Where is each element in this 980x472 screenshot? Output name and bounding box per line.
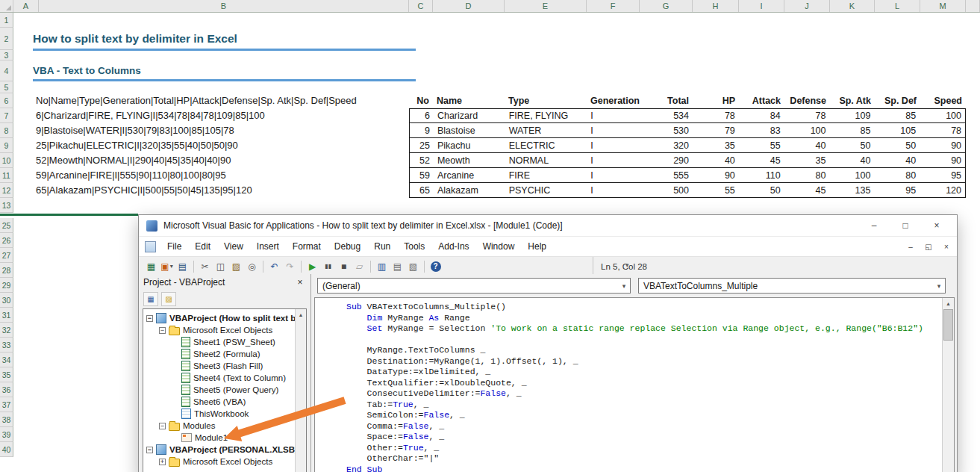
table-header-cell[interactable]: Type [505,93,587,108]
table-cell[interactable]: 25 [410,138,434,152]
table-cell[interactable]: 90 [693,168,739,182]
menu-insert[interactable]: Insert [250,237,286,256]
table-cell[interactable]: I [587,183,640,197]
tree-item-microsoft-excel-objects[interactable]: +Microsoft Excel Objects [143,456,295,468]
table-cell[interactable]: 35 [693,138,739,152]
toolbar-options-chevron-icon[interactable]: ▾ [625,261,629,269]
tree-item-microsoft-excel-objects[interactable]: −Microsoft Excel Objects [143,324,295,336]
table-cell[interactable]: Meowth [434,153,505,167]
table-cell[interactable]: Pikachu [434,138,505,152]
cell-raw-text[interactable]: 65|Alakazam|PSYCHIC|I|500|55|50|45|135|9… [36,183,357,198]
table-cell[interactable]: WATER [505,123,587,137]
table-header-cell[interactable]: Generation [587,93,640,108]
scrollbar-thumb[interactable] [943,309,953,341]
tree-item-sheet4-text-to-column[interactable]: Sheet4 (Text to Column) [143,372,295,384]
row-header-25[interactable]: 25 [0,218,13,233]
table-header-cell[interactable]: Speed [920,93,966,108]
table-cell[interactable]: 84 [739,109,784,122]
tree-item-thisworkbook[interactable]: ThisWorkbook [143,408,295,420]
table-cell[interactable]: 80 [874,168,920,182]
cell-raw-text[interactable]: No|Name|Type|Generation|Total|HP|Attack|… [36,93,357,108]
menu-edit[interactable]: Edit [188,237,217,256]
table-cell[interactable]: 79 [693,123,739,137]
table-cell[interactable]: 95 [874,183,920,197]
break-icon[interactable]: ▮▮ [320,259,336,274]
table-cell[interactable]: 35 [784,153,830,167]
row-header-7[interactable]: 7 [0,108,13,123]
view-object-icon[interactable]: ▦ [143,292,158,306]
row-header-35[interactable]: 35 [0,367,13,382]
menu-run[interactable]: Run [367,237,397,256]
row-header-32[interactable]: 32 [0,323,13,338]
tree-item-vbaproject-how-to-split-text-by-d[interactable]: −VBAProject (How to split text by d [143,312,295,324]
table-cell[interactable]: 290 [640,153,693,167]
menu-window[interactable]: Window [476,237,522,256]
table-cell[interactable]: 120 [920,183,965,197]
table-cell[interactable]: 40 [784,138,830,152]
project-tree-scrollbar[interactable]: ▲ [295,309,306,472]
row-header-6[interactable]: 6 [0,93,13,108]
table-header-cell[interactable]: Name [433,93,505,108]
table-cell[interactable]: 6 [410,109,434,122]
table-cell[interactable]: FIRE [505,168,587,182]
cell-raw-text[interactable]: 6|Charizard|FIRE, FLYING|I|534|78|84|78|… [36,108,357,123]
tree-item-module1[interactable]: Module1 [143,432,295,444]
table-cell[interactable]: 90 [920,138,965,152]
table-cell[interactable]: 95 [920,168,965,182]
column-header-M[interactable]: M [920,0,966,12]
table-header-cell[interactable]: Total [640,93,693,108]
column-header-E[interactable]: E [505,0,587,12]
cut-icon[interactable]: ✂ [197,259,213,274]
reset-icon[interactable]: ■ [336,259,352,274]
table-cell[interactable]: NORMAL [505,153,587,167]
row-header-31[interactable]: 31 [0,308,13,323]
child-close-button[interactable]: × [939,240,954,253]
table-cell[interactable]: Blastoise [434,123,505,137]
table-header-cell[interactable]: Attack [739,93,784,108]
table-cell[interactable]: 40 [693,153,739,167]
code-scrollbar[interactable]: ▲ [942,298,954,472]
row-header-26[interactable]: 26 [0,233,13,248]
redo-icon[interactable]: ↷ [282,259,298,274]
table-cell[interactable]: 80 [784,168,830,182]
collapse-icon[interactable]: − [159,327,166,334]
menu-debug[interactable]: Debug [328,237,367,256]
table-cell[interactable]: 90 [920,153,965,167]
table-cell[interactable]: 55 [739,138,784,152]
table-cell[interactable]: 40 [830,153,875,167]
table-header-cell[interactable]: Defense [784,93,830,108]
table-cell[interactable]: I [587,168,640,182]
table-cell[interactable]: 50 [874,138,920,152]
row-header-28[interactable]: 28 [0,263,13,278]
table-cell[interactable]: 9 [410,123,434,137]
table-header-cell[interactable]: Sp. Def [875,93,920,108]
table-cell[interactable]: 85 [874,109,920,122]
row-header-33[interactable]: 33 [0,338,13,353]
row-header-8[interactable]: 8 [0,123,13,138]
table-cell[interactable]: 100 [920,109,965,122]
child-minimize-button[interactable]: – [903,240,918,253]
table-cell[interactable]: ELECTRIC [505,138,587,152]
menu-view[interactable]: View [217,237,250,256]
object-browser-icon[interactable]: ▧ [405,259,421,274]
table-cell[interactable]: 85 [830,123,875,137]
project-panel-close-icon[interactable]: × [294,276,306,288]
table-cell[interactable]: 500 [640,183,693,197]
menu-tools[interactable]: Tools [397,237,431,256]
child-restore-button[interactable]: ◱ [921,240,936,253]
tree-item-modules[interactable]: −Modules [143,420,295,432]
cell-raw-text[interactable]: 9|Blastoise|WATER|I|530|79|83|100|85|105… [36,123,357,138]
design-mode-icon[interactable]: ▱ [352,259,367,274]
row-header-39[interactable]: 39 [0,427,13,442]
table-cell[interactable]: 135 [830,183,875,197]
tree-item-sheet3-flash-fill[interactable]: Sheet3 (Flash Fill) [143,360,295,372]
cell-raw-text[interactable]: 59|Arcanine|FIRE|I|555|90|110|80|100|80|… [36,168,357,183]
table-cell[interactable]: 59 [410,168,434,182]
table-cell[interactable]: PSYCHIC [505,183,587,197]
help-icon[interactable]: ? [428,259,443,274]
collapse-icon[interactable]: − [146,315,153,322]
cell-raw-text[interactable]: 25|Pikachu|ELECTRIC|I|320|35|55|40|50|50… [36,138,357,153]
row-header-2[interactable]: 2 [0,28,13,50]
cell-raw-text[interactable]: 52|Meowth|NORMAL|I|290|40|45|35|40|40|90 [36,153,357,168]
row-header-38[interactable]: 38 [0,412,13,427]
